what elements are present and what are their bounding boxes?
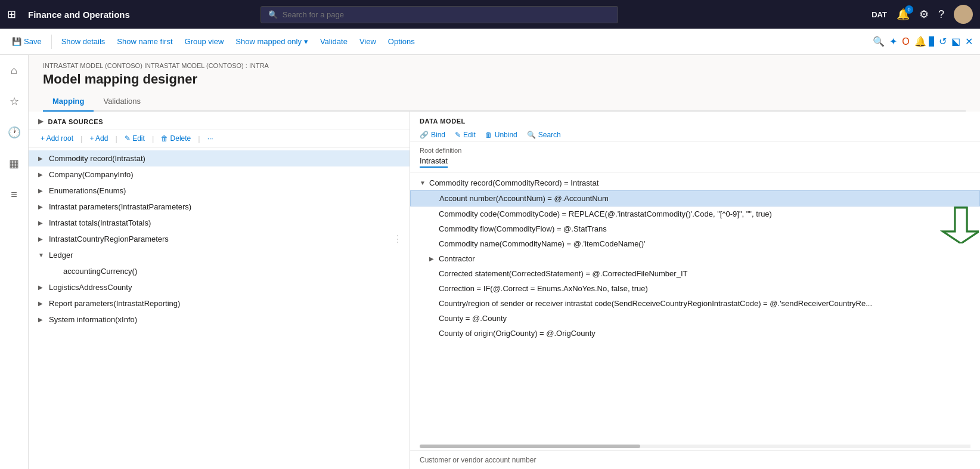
save-icon: 💾 bbox=[12, 37, 21, 46]
list-item[interactable]: ▶ Commodity record(Intrastat) bbox=[29, 150, 410, 166]
sidebar-icon-home[interactable]: ⌂ bbox=[4, 60, 25, 81]
list-item[interactable]: County = @.County bbox=[410, 311, 980, 326]
list-item[interactable]: Corrected statement(CorrectedStatement) … bbox=[410, 266, 980, 281]
list-item[interactable]: ▶ Contractor bbox=[410, 251, 980, 266]
model-tree: ▼ Commodity record(CommodityRecord) = In… bbox=[410, 173, 980, 445]
list-item[interactable]: Commodity flow(CommodityFlow) = @.StatTr… bbox=[410, 221, 980, 236]
bottom-status: Customer or vendor account number bbox=[410, 451, 980, 469]
toolbar-search-icon[interactable]: 🔍 bbox=[873, 36, 885, 47]
toolbar-right: 🔍 ✦ O 🔔 0 ↺ ⬕ ✕ bbox=[873, 36, 973, 47]
tab-mapping[interactable]: Mapping bbox=[43, 92, 94, 112]
toolbar-extension-icon[interactable]: ✦ bbox=[889, 36, 897, 47]
options-button[interactable]: Options bbox=[383, 35, 420, 48]
sidebar-icon-workspaces[interactable]: ▦ bbox=[4, 153, 25, 174]
add-button[interactable]: + Add bbox=[87, 133, 110, 144]
toolbar-refresh-icon[interactable]: ↺ bbox=[939, 36, 947, 47]
list-item[interactable]: Commodity name(CommodityName) = @.'itemC… bbox=[410, 236, 980, 251]
user-avatar[interactable] bbox=[954, 5, 973, 24]
delete-button[interactable]: 🗑 Delete bbox=[159, 133, 193, 144]
toolbar-close-icon[interactable]: ✕ bbox=[965, 36, 973, 47]
list-item[interactable]: ▶ System information(xInfo) bbox=[29, 311, 410, 328]
list-item[interactable]: ▶ Report parameters(IntrastatReporting) bbox=[29, 295, 410, 311]
list-item[interactable]: Country/region of sender or receiver int… bbox=[410, 296, 980, 311]
view-button[interactable]: View bbox=[355, 35, 381, 48]
unbind-button[interactable]: 🗑 Unbind bbox=[485, 131, 517, 139]
add-root-button[interactable]: + Add root bbox=[38, 133, 76, 144]
waffle-icon[interactable]: ⊞ bbox=[7, 8, 16, 21]
save-button[interactable]: 💾 Save bbox=[7, 35, 46, 48]
page-header: INTRASTAT MODEL (CONTOSO) INTRASTAT MODE… bbox=[29, 55, 980, 112]
edit-model-button[interactable]: ✎ Edit bbox=[455, 131, 476, 139]
list-item[interactable]: ▶ Company(CompanyInfo) bbox=[29, 166, 410, 183]
expand-icon: ▶ bbox=[38, 220, 45, 226]
drag-dots-icon: ⋮ bbox=[393, 233, 402, 245]
expand-icon: ▶ bbox=[38, 203, 45, 210]
edit-button[interactable]: ✎ Edit bbox=[122, 133, 147, 144]
list-item[interactable]: ▶ Intrastat parameters(IntrastatParamete… bbox=[29, 199, 410, 215]
notification-icon[interactable]: 🔔 0 bbox=[897, 8, 910, 21]
list-item[interactable]: ▼ Commodity record(CommodityRecord) = In… bbox=[410, 175, 980, 190]
bind-button[interactable]: 🔗 Bind bbox=[420, 131, 445, 139]
root-definition-section: Root definition Intrastat bbox=[410, 142, 980, 173]
list-item[interactable]: County of origin(OrigCounty) = @.OrigCou… bbox=[410, 326, 980, 341]
page-tabs: Mapping Validations bbox=[43, 92, 966, 112]
search-bar[interactable]: 🔍 bbox=[260, 6, 618, 23]
main-toolbar: 💾 Save Show details Show name first Grou… bbox=[0, 29, 980, 55]
toolbar-open-icon[interactable]: ⬕ bbox=[951, 36, 960, 47]
env-badge: DAT bbox=[872, 10, 887, 19]
help-icon[interactable]: ? bbox=[938, 8, 944, 21]
search-icon: 🔍 bbox=[527, 131, 536, 139]
show-details-button[interactable]: Show details bbox=[57, 35, 110, 48]
toolbar-notification-icon[interactable]: 🔔 0 bbox=[914, 36, 934, 47]
list-item[interactable]: Correction = IF(@.Correct = Enums.AxNoYe… bbox=[410, 281, 980, 296]
panel-resize-handle[interactable] bbox=[407, 112, 410, 469]
top-nav-right: DAT 🔔 0 ⚙ ? bbox=[872, 5, 973, 24]
list-item[interactable]: Account number(AccountNum) = @.AccountNu… bbox=[410, 190, 980, 206]
search-icon: 🔍 bbox=[268, 10, 278, 19]
search-input[interactable] bbox=[283, 10, 610, 19]
breadcrumb: INTRASTAT MODEL (CONTOSO) INTRASTAT MODE… bbox=[43, 62, 966, 69]
expand-icon: ▶ bbox=[38, 316, 45, 323]
edit-icon: ✎ bbox=[455, 131, 461, 139]
list-item[interactable]: Commodity code(CommodityCode) = REPLACE(… bbox=[410, 206, 980, 221]
expand-icon: ▶ bbox=[38, 171, 45, 178]
show-mapped-only-button[interactable]: Show mapped only ▾ bbox=[231, 35, 313, 48]
top-navigation: ⊞ Finance and Operations 🔍 DAT 🔔 0 ⚙ ? bbox=[0, 0, 980, 29]
expand-icon: ▶ bbox=[38, 155, 45, 162]
datasources-header: ▶ DATA SOURCES bbox=[29, 112, 410, 129]
list-item[interactable]: ▶ IntrastatCountryRegionParameters ⋮ bbox=[29, 231, 410, 247]
toolbar-office-icon[interactable]: O bbox=[902, 36, 909, 47]
tab-validations[interactable]: Validations bbox=[94, 92, 150, 112]
list-item[interactable]: accountingCurrency() bbox=[29, 263, 410, 279]
datasources-collapse-icon[interactable]: ▶ bbox=[38, 118, 44, 125]
list-item[interactable]: ▶ Intrastat totals(IntrastatTotals) bbox=[29, 215, 410, 231]
datasources-tree: ▶ Commodity record(Intrastat) ▶ Company(… bbox=[29, 148, 410, 469]
sidebar-icon-list[interactable]: ≡ bbox=[4, 184, 25, 205]
more-button[interactable]: ··· bbox=[205, 133, 216, 144]
sidebar-icon-favorites[interactable]: ☆ bbox=[4, 91, 25, 112]
expand-icon: ▼ bbox=[420, 180, 427, 186]
group-view-button[interactable]: Group view bbox=[180, 35, 229, 48]
sidebar-icon-recent[interactable]: 🕐 bbox=[4, 122, 25, 143]
notification-count: 0 bbox=[905, 5, 913, 14]
expand-icon: ▶ bbox=[429, 255, 436, 262]
expand-icon: ▼ bbox=[38, 252, 45, 258]
main-layout: ⌂ ☆ 🕐 ▦ ≡ INTRASTAT MODEL (CONTOSO) INTR… bbox=[0, 55, 980, 469]
list-item[interactable]: ▼ Ledger bbox=[29, 247, 410, 263]
datamodel-panel: DATA MODEL 🔗 Bind ✎ Edit 🗑 Unbind bbox=[410, 112, 980, 469]
settings-icon[interactable]: ⚙ bbox=[919, 8, 929, 21]
datasources-toolbar: + Add root | + Add | ✎ Edit | 🗑 Delete |… bbox=[29, 129, 410, 148]
content-area: INTRASTAT MODEL (CONTOSO) INTRASTAT MODE… bbox=[29, 55, 980, 469]
unbind-icon: 🗑 bbox=[485, 131, 492, 139]
list-item[interactable]: ▶ LogisticsAddressCounty bbox=[29, 279, 410, 295]
bind-icon: 🔗 bbox=[420, 131, 429, 139]
search-model-button[interactable]: 🔍 Search bbox=[527, 131, 561, 139]
app-title: Finance and Operations bbox=[28, 10, 130, 20]
datasources-panel: ▶ DATA SOURCES + Add root | + Add | ✎ Ed… bbox=[29, 112, 410, 469]
validate-button[interactable]: Validate bbox=[315, 35, 352, 48]
show-name-first-button[interactable]: Show name first bbox=[112, 35, 177, 48]
expand-icon: ▶ bbox=[38, 300, 45, 307]
list-item[interactable]: ▶ Enumerations(Enums) bbox=[29, 183, 410, 199]
expand-icon: ▶ bbox=[38, 187, 45, 194]
split-panel: ▶ DATA SOURCES + Add root | + Add | ✎ Ed… bbox=[29, 112, 980, 469]
